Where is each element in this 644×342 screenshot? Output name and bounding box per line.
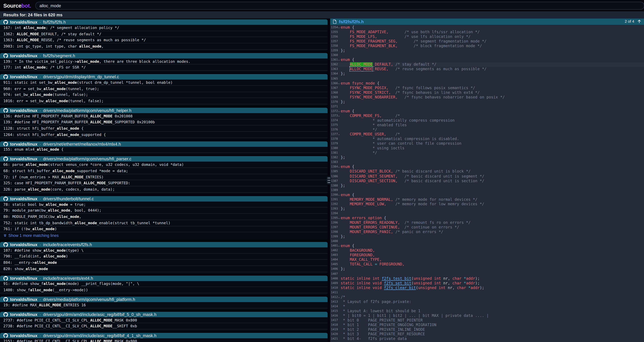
code-line[interactable]: 1407: [330, 271, 644, 276]
code-line[interactable]: 1409 static inline void f2fs_set_bit(uns…: [330, 281, 644, 285]
match-line[interactable]: 1264: struct hfi_buffer_alloc_mode_suppo…: [0, 132, 328, 138]
code-line[interactable]: 1371: [330, 104, 644, 109]
code-line[interactable]: 1381 */: [330, 151, 644, 155]
match-line[interactable]: 911: static int set_bw_alloc_mode(struct…: [0, 80, 328, 86]
result-group-header[interactable]: torvalds/linux · fs/f2fs/segment.h: [0, 53, 328, 58]
code-line[interactable]: 1363 ALLOC_MODE_REUSE, /* reuse segments…: [330, 67, 644, 72]
code-line[interactable]: 1365: [330, 76, 644, 81]
result-group-header[interactable]: torvalds/linux · drivers/media/platform/…: [0, 297, 328, 302]
code-line[interactable]: 1390⌄ enum {: [330, 192, 644, 197]
match-line[interactable]: 752: static int tb_dp_bandwidth_alloc_mo…: [0, 220, 328, 226]
match-line[interactable]: 107: #define show_alloc_mode(type) \: [0, 247, 328, 254]
match-line[interactable]: 139: #define HFI_PROPERTY_PARAM_BUFFER_A…: [0, 119, 328, 126]
result-group-header[interactable]: torvalds/linux · drivers/media/platform/…: [0, 108, 328, 113]
fold-chevron-icon[interactable]: ⌄: [337, 165, 341, 168]
code-line[interactable]: 1392 MEMORY_MODE_LOW, /* memory mode for…: [330, 202, 644, 206]
match-line[interactable]: 325: case HFI_PROPERTY_PARAM_BUFFER_ALLO…: [0, 180, 328, 186]
fold-chevron-icon[interactable]: ⌄: [337, 26, 341, 29]
result-group-header[interactable]: torvalds/linux · drivers/gpu/drm/amd/inc…: [0, 312, 328, 317]
match-line[interactable]: 804: __entry->alloc_mode: [0, 260, 328, 266]
code-line[interactable]: 1411: [330, 290, 644, 294]
code-line[interactable]: 1359 };: [330, 48, 644, 53]
drag-handle-icon[interactable]: [327, 176, 331, 184]
code-line[interactable]: 1405 TOTAL_CALL = FOREGROUND,: [330, 262, 644, 267]
match-line[interactable]: 139: * In the victim_sel_policy->alloc_m…: [0, 58, 328, 65]
code-line[interactable]: 1401⌄ enum {: [330, 243, 644, 248]
code-line[interactable]: 1400: [330, 239, 644, 243]
match-line[interactable]: 167: int alloc_mode; /* segment allocati…: [0, 25, 328, 31]
match-line[interactable]: 1362: ALLOC_MODE_DEFAULT, /* stay defaul…: [0, 31, 328, 37]
match-line[interactable]: 177: int alloc_mode; /* LFS or SSR */: [0, 65, 328, 71]
code-line[interactable]: 1380 * using ioctls: [330, 146, 644, 151]
preview-filename[interactable]: fs/f2fs/f2fs.h: [339, 19, 364, 24]
app-logo[interactable]: Sourcebot.: [3, 3, 31, 9]
fold-chevron-icon[interactable]: ⌄: [337, 82, 341, 85]
code-line[interactable]: 1388 };: [330, 183, 644, 188]
code-line[interactable]: 1385 DISCARD_UNIT_BLOCK, /* basic discar…: [330, 169, 644, 174]
match-line[interactable]: 79: module_param(bw_alloc_mode, bool, 04…: [0, 208, 328, 214]
panel-resize-divider[interactable]: [328, 19, 330, 342]
code-line[interactable]: 1360: [330, 53, 644, 58]
code-line[interactable]: 1377⌄ COMPR_MODE_USER, /*: [330, 132, 644, 137]
code-line[interactable]: 1412⌄ /*: [330, 294, 644, 299]
code-line[interactable]: 1395⌄ enum errors_option {: [330, 216, 644, 220]
match-line[interactable]: 72: if (num_entries > MAX_ALLOC_MODE_ENT…: [0, 174, 328, 180]
code-line[interactable]: 1375 * enabled files: [330, 123, 644, 127]
prev-match-button[interactable]: [637, 19, 642, 24]
match-line[interactable]: 2738: #define PCIE_CI_CNTL__CI_SLV_CPL_A…: [0, 323, 328, 329]
code-line[interactable]: 1406 };: [330, 267, 644, 271]
code-line[interactable]: 1383: [330, 160, 644, 164]
code-line[interactable]: 1387 DISCARD_UNIT_SECTION, /* basic disc…: [330, 178, 644, 183]
code-line[interactable]: 1376 */: [330, 127, 644, 132]
code-line[interactable]: 1364 };: [330, 72, 644, 76]
fold-chevron-icon[interactable]: ⌄: [337, 216, 341, 220]
match-line[interactable]: 68: struct hfi_buffer_alloc_mode_support…: [0, 168, 328, 174]
result-group-header[interactable]: torvalds/linux · drivers/media/platform/…: [0, 156, 328, 162]
result-group-header[interactable]: torvalds/linux · drivers/gpu/drm/display…: [0, 74, 328, 80]
code-line[interactable]: 1382 };: [330, 155, 644, 160]
code-line[interactable]: 1378 * automatical compression is disabl…: [330, 137, 644, 141]
code-line[interactable]: 1419 * bit 2 PAGE_PRIVATE_INLINE_INODE: [330, 327, 644, 332]
code-line[interactable]: 1394: [330, 211, 644, 216]
result-group-header[interactable]: torvalds/linux · include/trace/events/f2…: [0, 242, 328, 247]
fold-chevron-icon[interactable]: ⌄: [337, 295, 341, 298]
code-line[interactable]: 1396 MOUNT_ERRORS_READONLY, /* remount f…: [330, 220, 644, 225]
code-line[interactable]: 1358 FS_MODE_FRAGMENT_BLK, /* block frag…: [330, 44, 644, 48]
match-line[interactable]: 80: MODULE_PARM_DESC(bw_alloc_mode,: [0, 214, 328, 220]
code-line[interactable]: 1373⌄ COMPR_MODE_FS, /*: [330, 113, 644, 118]
code-line[interactable]: 1413 * Layout of f2fs page.private:: [330, 299, 644, 304]
code-line[interactable]: 1379 * user can control the file compres…: [330, 141, 644, 146]
code-line[interactable]: 1410 static inline void f2fs_clear_bit(u…: [330, 285, 644, 290]
fold-chevron-icon[interactable]: ⌄: [337, 109, 341, 113]
code-line[interactable]: 1417 * bit 0 PAGE_PRIVATE_NOT_POINTER: [330, 318, 644, 322]
code-line[interactable]: 1408 static inline int f2fs_test_bit(uns…: [330, 276, 644, 281]
match-line[interactable]: 19: #define MAX_ALLOC_MODE_ENTRIES 16: [0, 302, 328, 308]
result-group-header[interactable]: torvalds/linux · include/trace/events/ex…: [0, 275, 328, 281]
match-line[interactable]: 1016: err = set_bw_alloc_mode(tunnel, fa…: [0, 98, 328, 104]
match-line[interactable]: 2737: #define PCIE_CI_CNTL__CI_SLV_CPL_A…: [0, 317, 328, 323]
result-group-header[interactable]: torvalds/linux · drivers/net/ethernet/me…: [0, 141, 328, 147]
code-line[interactable]: 1355 FS_MODE_ADAPTIVE, /* use both lfs/s…: [330, 30, 644, 34]
code-line[interactable]: 1362 ALLOC_MODE_DEFAULT, /* stay default…: [330, 62, 644, 67]
match-line[interactable]: 1363: ALLOC_MODE_REUSE, /* reuse segment…: [0, 37, 328, 44]
code-line[interactable]: 1357 FS_MODE_FRAGMENT_SEG, /* segment fr…: [330, 39, 644, 44]
match-line[interactable]: 761: if (!bw_alloc_mode): [0, 226, 328, 232]
result-group-header[interactable]: torvalds/linux · fs/f2fs/f2fs.h: [0, 19, 328, 25]
match-line[interactable]: 820: show_alloc_mode: [0, 266, 328, 272]
code-line[interactable]: 1404 MAX_CALL_TYPE,: [330, 257, 644, 262]
match-line[interactable]: 790: __field(int, alloc_mode): [0, 254, 328, 260]
match-line[interactable]: 136: #define HFI_PROPERTY_PARAM_BUFFER_A…: [0, 113, 328, 119]
match-line[interactable]: 3903: int gc_type, int type, char alloc_…: [0, 44, 328, 50]
match-line[interactable]: 326: parse_alloc_mode(core, codecs, doma…: [0, 186, 328, 193]
match-line[interactable]: 78: static bool bw_alloc_mode = true;: [0, 201, 328, 208]
match-line[interactable]: 91: #define show_falloc_mode(mode) __pri…: [0, 281, 328, 287]
code-line[interactable]: 1369 FSYNC_MODE_NOBARRIER, /* fsync beha…: [330, 95, 644, 99]
code-line[interactable]: 1415 * Layout A: lowest bit should be 1: [330, 309, 644, 313]
code-line[interactable]: 1393 };: [330, 206, 644, 211]
code-line[interactable]: 1367 FSYNC_MODE_POSIX, /* fsync follows …: [330, 85, 644, 90]
code-line[interactable]: 1420 * bit 3 PAGE_PRIVATE_REF_RESOURCE: [330, 332, 644, 336]
code-line[interactable]: 1384⌄ enum {: [330, 164, 644, 169]
code-line[interactable]: 1354⌄ enum {: [330, 25, 644, 30]
match-line[interactable]: 2151: #define PCIE_CI_CNTL__CI_SLV_CPL_A…: [0, 338, 328, 342]
fold-chevron-icon[interactable]: ⌄: [337, 114, 341, 117]
